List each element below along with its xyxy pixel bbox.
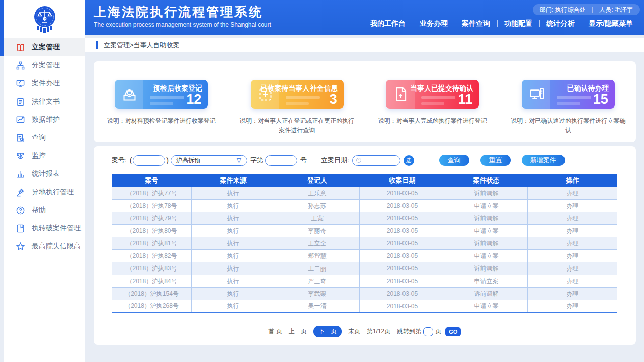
computer-icon — [528, 86, 545, 103]
sidebar-item-label: 异地执行管理 — [32, 188, 74, 197]
sidebar-item[interactable]: 数据维护 — [4, 111, 85, 129]
sidebar-item[interactable]: 最高院失信限高 — [4, 237, 85, 255]
top-nav-item[interactable]: 功能配置 — [497, 19, 539, 28]
sidebar-item-label: 案件办理 — [32, 79, 60, 88]
sidebar-item-label: 最高院失信限高 — [32, 242, 81, 251]
pagination-prev[interactable]: 上一页 — [289, 327, 307, 336]
sidebar-item-label: 监控 — [32, 151, 46, 160]
table-row: （2018）沪执82号 执行 郑智慧 2018-03-05 申请立案 办理 — [112, 250, 617, 262]
top-nav-item[interactable]: 统计分析 — [539, 19, 582, 28]
stat-card[interactable]: 已确认待办理 15 — [522, 80, 615, 109]
cell-source: 执行 — [192, 288, 275, 300]
stat-card-decor-bar — [150, 102, 173, 105]
sidebar-item-label: 查询 — [32, 133, 46, 142]
sidebar-item[interactable]: 立案管理 — [4, 38, 85, 56]
jump-suffix-label: 页 — [435, 327, 441, 336]
paren-close: ) — [166, 156, 169, 164]
reset-button[interactable]: 重置 — [480, 155, 511, 166]
jump-page-input[interactable] — [423, 327, 433, 336]
top-nav-item[interactable]: 我的工作台 — [363, 19, 413, 28]
sidebar-item[interactable]: 法律文书 — [4, 93, 85, 111]
stat-card[interactable]: 预检后收案登记 12 — [115, 80, 208, 109]
gavel-icon — [15, 187, 25, 197]
sidebar-item[interactable]: 查询 — [4, 129, 85, 147]
handle-case-link[interactable]: 办理 — [528, 262, 617, 275]
cell-source: 执行 — [192, 200, 275, 212]
pagination-last[interactable]: 末页 — [348, 327, 360, 336]
caseno-year-input[interactable] — [133, 155, 165, 166]
handle-case-link[interactable]: 办理 — [528, 212, 617, 225]
breadcrumb: 立案管理>当事人自助收案 — [104, 41, 180, 50]
pill-divider: ｜ — [590, 6, 596, 14]
cell-date: 2018-03-05 — [360, 187, 445, 200]
sidebar-item-label: 执转破案件管理 — [32, 224, 81, 233]
stat-card-note: 说明：对已确认通过的执行案件进行立案确认 — [510, 116, 626, 135]
cell-caseno: （2018）沪执84号 — [112, 275, 192, 288]
case-table-body: （2018）沪执77号 执行 王乐意 2018-03-05 诉前调解 办理 （2… — [112, 187, 617, 313]
caseno-number-input[interactable] — [265, 155, 297, 166]
cell-registrar: 李丽奇 — [275, 225, 360, 237]
top-nav-item[interactable]: 业务办理 — [413, 19, 455, 28]
cell-registrar: 郑智慧 — [275, 250, 360, 262]
cell-registrar: 李武栗 — [275, 288, 360, 300]
stat-card-decor-bar — [421, 102, 444, 105]
sidebar-item-label: 立案管理 — [32, 43, 60, 52]
app-subtitle: The execution process management system … — [94, 21, 271, 28]
date-pick-button[interactable]: 选 — [404, 155, 414, 166]
table-column-header: 收案日期 — [360, 174, 445, 187]
stat-card-decor-bar — [150, 96, 184, 99]
pagination-next[interactable]: 下一页 — [313, 326, 342, 337]
cell-caseno: （2018）沪执268号 — [112, 300, 192, 313]
handle-case-link[interactable]: 办理 — [528, 200, 617, 212]
handle-case-link[interactable]: 办理 — [528, 275, 617, 288]
filing-date-input[interactable] — [364, 157, 396, 164]
handle-case-link[interactable]: 办理 — [528, 300, 617, 313]
stat-card[interactable]: 当事人已提交待确认 11 — [386, 80, 479, 109]
search-doc-icon — [15, 133, 25, 143]
cell-registrar: 吴一清 — [275, 300, 360, 313]
cell-registrar: 王乐意 — [275, 187, 360, 200]
pagination-first[interactable]: 首 页 — [269, 327, 282, 336]
stat-column: 预检后收案登记 12 说明：对材料预检登记案件进行收案登记 — [101, 61, 222, 142]
stat-column: 当事人已提交待确认 11 说明：对当事人完成的执行案件进行登记 — [372, 61, 493, 142]
cell-status: 申请立案 — [445, 200, 528, 212]
sidebar-item[interactable]: 帮助 — [4, 201, 85, 219]
handle-case-link[interactable]: 办理 — [528, 288, 617, 300]
cell-caseno: （2018）沪执79号 — [112, 212, 192, 225]
top-nav-item[interactable]: 显示/隐藏菜单 — [582, 19, 640, 28]
filing-date-label: 立案日期: — [321, 156, 349, 165]
monitor-eye-icon — [15, 151, 25, 161]
table-row: （2018）沪执84号 执行 严三奇 2018-03-05 申请立案 办理 — [112, 275, 617, 288]
cell-caseno: （2018）沪执83号 — [112, 262, 192, 275]
new-case-button[interactable]: 新增案件 — [522, 155, 565, 166]
pagination-jump-group: 跳转到第 页 GO — [397, 327, 461, 336]
stat-card-decor-bar — [286, 96, 320, 99]
table-row: （2018）沪执154号 执行 李武栗 2018-03-05 诉前调解 办理 — [112, 288, 617, 300]
handle-case-link[interactable]: 办理 — [528, 237, 617, 250]
top-nav-item[interactable]: 案件查询 — [455, 19, 497, 28]
table-column-header: 案件状态 — [445, 174, 528, 187]
cell-date: 2018-03-05 — [360, 262, 445, 275]
cell-date: 2018-03-05 — [360, 212, 445, 225]
pagination-info: 第1/12页 — [367, 327, 390, 336]
sidebar-item[interactable]: 分案管理 — [4, 56, 85, 74]
sidebar-item[interactable]: 异地执行管理 — [4, 183, 85, 201]
handle-case-link[interactable]: 办理 — [528, 250, 617, 262]
case-type-select[interactable]: 沪高拆预 ▽ — [171, 155, 247, 166]
go-button[interactable]: GO — [445, 327, 461, 336]
cell-source: 执行 — [192, 237, 275, 250]
handle-case-link[interactable]: 办理 — [528, 225, 617, 237]
cell-registrar: 王宽 — [275, 212, 360, 225]
stat-card[interactable]: 已收案待当事人补全信息 3 — [251, 80, 344, 109]
sidebar-item[interactable]: 统计报表 — [4, 165, 85, 183]
search-button[interactable]: 查询 — [439, 155, 469, 166]
sidebar-item[interactable]: 执转破案件管理 — [4, 219, 85, 237]
cell-date: 2018-03-05 — [360, 225, 445, 237]
handle-case-link[interactable]: 办理 — [528, 187, 617, 200]
cell-source: 执行 — [192, 250, 275, 262]
app-title: 上海法院执行流程管理系统 — [94, 4, 271, 20]
doc-upload-icon — [392, 86, 409, 103]
case-table: 案号 案件来源 登记人 收案日期 案件状态 操作 （2018）沪执77号 执行 … — [112, 174, 617, 313]
sidebar-item[interactable]: 案件办理 — [4, 74, 85, 93]
sidebar-item[interactable]: 监控 — [4, 147, 85, 165]
